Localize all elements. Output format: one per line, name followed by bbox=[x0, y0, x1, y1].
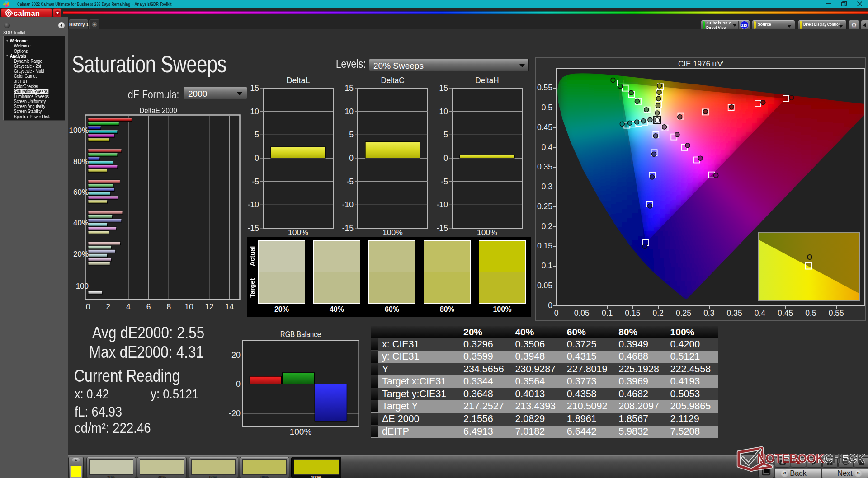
svg-text:0: 0 bbox=[86, 302, 90, 311]
svg-text:0: 0 bbox=[255, 154, 259, 163]
svg-text:-5: -5 bbox=[441, 177, 448, 186]
svg-text:100%: 100% bbox=[477, 228, 497, 237]
svg-text:20%: 20% bbox=[73, 250, 89, 258]
svg-text:5: 5 bbox=[349, 130, 354, 139]
svg-text:DeltaC: DeltaC bbox=[381, 77, 405, 85]
svg-text:12: 12 bbox=[205, 302, 213, 311]
svg-text:-15: -15 bbox=[437, 224, 448, 233]
svg-text:14: 14 bbox=[225, 302, 234, 311]
svg-text:DeltaH: DeltaH bbox=[476, 77, 499, 85]
svg-text:-10: -10 bbox=[437, 200, 448, 209]
svg-text:8: 8 bbox=[166, 302, 171, 311]
svg-text:0: 0 bbox=[443, 154, 448, 163]
svg-text:4: 4 bbox=[126, 302, 131, 311]
svg-text:100%: 100% bbox=[382, 228, 403, 237]
svg-text:RGB Balance: RGB Balance bbox=[280, 329, 321, 339]
svg-text:-5: -5 bbox=[346, 177, 354, 186]
svg-text:10: 10 bbox=[345, 107, 354, 116]
svg-text:5: 5 bbox=[443, 130, 448, 139]
svg-text:100%: 100% bbox=[290, 427, 312, 436]
svg-text:-10: -10 bbox=[342, 200, 354, 209]
svg-text:15: 15 bbox=[439, 84, 448, 93]
svg-text:-20: -20 bbox=[229, 409, 241, 418]
svg-text:2: 2 bbox=[106, 302, 110, 311]
svg-text:DeltaL: DeltaL bbox=[287, 77, 310, 85]
svg-text:-15: -15 bbox=[342, 224, 354, 233]
svg-text:NOTEBOOK: NOTEBOOK bbox=[757, 452, 824, 465]
svg-text:100: 100 bbox=[76, 282, 89, 291]
svg-text:20: 20 bbox=[231, 351, 241, 360]
svg-text:-5: -5 bbox=[252, 177, 259, 186]
svg-text:10: 10 bbox=[250, 107, 259, 116]
svg-text:10: 10 bbox=[439, 107, 448, 116]
svg-text:5: 5 bbox=[255, 130, 259, 139]
svg-text:15: 15 bbox=[345, 84, 354, 93]
svg-text:100%: 100% bbox=[69, 126, 89, 135]
svg-text:0: 0 bbox=[236, 380, 241, 389]
svg-text:80%: 80% bbox=[73, 157, 89, 166]
svg-text:-15: -15 bbox=[248, 224, 259, 233]
svg-text:40%: 40% bbox=[73, 219, 89, 227]
svg-text:60%: 60% bbox=[73, 188, 89, 197]
svg-text:6: 6 bbox=[146, 302, 151, 311]
svg-text:-10: -10 bbox=[248, 200, 259, 209]
svg-text:100%: 100% bbox=[288, 228, 308, 237]
svg-text:CHECK: CHECK bbox=[824, 452, 865, 465]
svg-text:15: 15 bbox=[250, 84, 259, 93]
svg-text:10: 10 bbox=[184, 302, 193, 311]
svg-text:0: 0 bbox=[349, 154, 354, 163]
